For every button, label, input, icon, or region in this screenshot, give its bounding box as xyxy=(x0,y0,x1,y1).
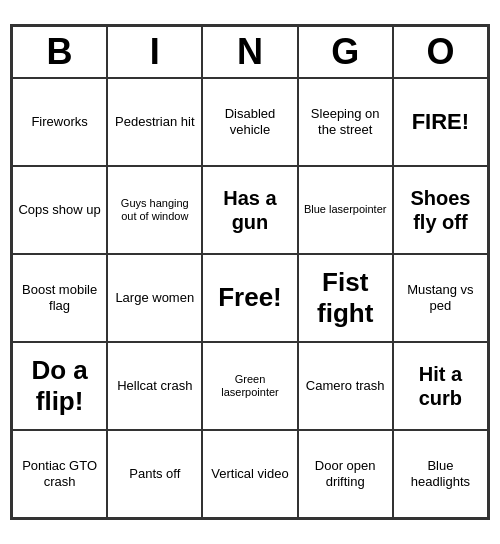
bingo-cell-7[interactable]: Has a gun xyxy=(202,166,297,254)
bingo-cell-10[interactable]: Boost mobile flag xyxy=(12,254,107,342)
bingo-cell-6[interactable]: Guys hanging out of window xyxy=(107,166,202,254)
bingo-cell-23[interactable]: Door open drifting xyxy=(298,430,393,518)
bingo-cell-13[interactable]: Fist fight xyxy=(298,254,393,342)
bingo-cell-5[interactable]: Cops show up xyxy=(12,166,107,254)
bingo-cell-11[interactable]: Large women xyxy=(107,254,202,342)
bingo-cell-1[interactable]: Pedestrian hit xyxy=(107,78,202,166)
bingo-cell-20[interactable]: Pontiac GTO crash xyxy=(12,430,107,518)
bingo-cell-19[interactable]: Hit a curb xyxy=(393,342,488,430)
bingo-cell-24[interactable]: Blue headlights xyxy=(393,430,488,518)
bingo-card: B I N G O FireworksPedestrian hitDisable… xyxy=(10,24,490,520)
header-g: G xyxy=(298,26,393,78)
bingo-cell-4[interactable]: FIRE! xyxy=(393,78,488,166)
bingo-cell-3[interactable]: Sleeping on the street xyxy=(298,78,393,166)
bingo-cell-21[interactable]: Pants off xyxy=(107,430,202,518)
bingo-header: B I N G O xyxy=(12,26,488,78)
header-b: B xyxy=(12,26,107,78)
bingo-cell-2[interactable]: Disabled vehicle xyxy=(202,78,297,166)
bingo-cell-14[interactable]: Mustang vs ped xyxy=(393,254,488,342)
bingo-cell-12[interactable]: Free! xyxy=(202,254,297,342)
bingo-grid: FireworksPedestrian hitDisabled vehicleS… xyxy=(12,78,488,518)
header-o: O xyxy=(393,26,488,78)
bingo-cell-22[interactable]: Vertical video xyxy=(202,430,297,518)
bingo-cell-15[interactable]: Do a flip! xyxy=(12,342,107,430)
bingo-cell-18[interactable]: Camero trash xyxy=(298,342,393,430)
bingo-cell-16[interactable]: Hellcat crash xyxy=(107,342,202,430)
bingo-cell-0[interactable]: Fireworks xyxy=(12,78,107,166)
header-i: I xyxy=(107,26,202,78)
bingo-cell-17[interactable]: Green laserpointer xyxy=(202,342,297,430)
header-n: N xyxy=(202,26,297,78)
bingo-cell-8[interactable]: Blue laserpointer xyxy=(298,166,393,254)
bingo-cell-9[interactable]: Shoes fly off xyxy=(393,166,488,254)
